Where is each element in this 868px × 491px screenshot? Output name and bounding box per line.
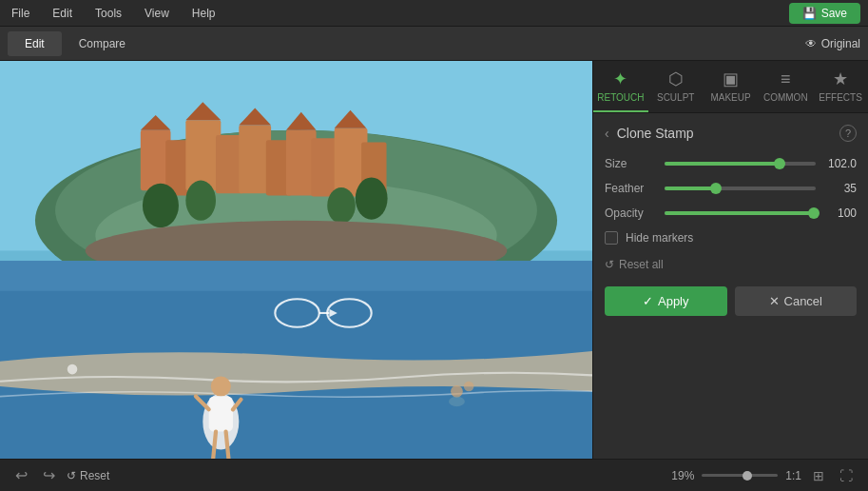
svg-rect-29: [209, 397, 233, 432]
right-panel: ✦ RETOUCH ⬡ SCULPT ▣ MAKEUP ≡ COMMON ★ E…: [592, 61, 868, 459]
opacity-value: 100: [823, 206, 857, 220]
svg-point-34: [451, 385, 463, 398]
feather-value: 35: [823, 182, 857, 195]
tab-common[interactable]: ≡ COMMON: [758, 61, 813, 112]
help-button[interactable]: ?: [839, 125, 857, 142]
tab-retouch-label: RETOUCH: [597, 92, 644, 103]
tab-sculpt-label: SCULPT: [657, 92, 694, 103]
tab-effects-label: EFFECTS: [819, 92, 862, 103]
redo-button[interactable]: ↪: [39, 464, 59, 486]
save-icon: 💾: [802, 7, 817, 20]
panel-title: Clone Stamp: [617, 126, 694, 141]
main-area: ✦ RETOUCH ⬡ SCULPT ▣ MAKEUP ≡ COMMON ★ E…: [0, 61, 868, 459]
reset-icon: ↺: [605, 258, 614, 271]
tab-sculpt[interactable]: ⬡ SCULPT: [648, 61, 704, 112]
feather-slider-row: Feather 35: [605, 182, 857, 195]
panel-header: ‹ Clone Stamp ?: [605, 125, 857, 142]
svg-point-23: [327, 187, 356, 224]
reset-all-label: Reset all: [619, 258, 664, 271]
x-icon: ✕: [769, 294, 780, 308]
hide-markers-checkbox[interactable]: [605, 231, 618, 245]
undo-button[interactable]: ↩: [11, 464, 31, 486]
svg-point-35: [449, 397, 465, 407]
effects-icon: ★: [833, 69, 848, 89]
svg-point-28: [211, 376, 231, 396]
cancel-label: Cancel: [784, 294, 822, 308]
checkmark-icon: ✓: [643, 294, 653, 308]
canvas-area[interactable]: [0, 61, 592, 459]
action-buttons: ✓ Apply ✕ Cancel: [605, 286, 857, 316]
tool-tabs: ✦ RETOUCH ⬡ SCULPT ▣ MAKEUP ≡ COMMON ★ E…: [593, 61, 868, 113]
tab-compare[interactable]: Compare: [62, 31, 143, 56]
menu-help[interactable]: Help: [188, 3, 220, 24]
menu-view[interactable]: View: [141, 3, 173, 24]
original-toggle[interactable]: 👁 Original: [805, 37, 860, 50]
eye-icon: 👁: [805, 37, 817, 50]
size-value: 102.0: [823, 157, 857, 170]
save-button[interactable]: 💾 Save: [789, 3, 860, 24]
beach-image: [0, 61, 592, 459]
size-slider[interactable]: [665, 162, 816, 166]
opacity-slider-row: Opacity 100: [605, 206, 857, 220]
panel-content: ‹ Clone Stamp ? Size 102.0 Feather: [593, 113, 868, 459]
svg-rect-7: [185, 120, 221, 190]
svg-point-22: [356, 177, 388, 219]
fit-window-button[interactable]: ⊞: [809, 466, 828, 485]
hide-markers-row: Hide markers: [605, 231, 857, 245]
tab-effects[interactable]: ★ EFFECTS: [813, 61, 868, 112]
tab-makeup[interactable]: ▣ MAKEUP: [704, 61, 759, 112]
zoom-thumb[interactable]: [743, 471, 752, 481]
common-icon: ≡: [781, 69, 791, 89]
cancel-button[interactable]: ✕ Cancel: [735, 286, 858, 316]
feather-slider-thumb[interactable]: [710, 183, 722, 194]
feather-slider[interactable]: [665, 187, 816, 190]
reset-btn-icon: ↺: [67, 469, 76, 482]
reset-all-link[interactable]: ↺ Reset all: [605, 258, 857, 271]
opacity-slider-fill: [665, 211, 814, 215]
apply-button[interactable]: ✓ Apply: [605, 286, 727, 316]
svg-point-21: [185, 181, 216, 221]
bottom-bar: ↩ ↪ ↺ Reset 19% 1:1 ⊞ ⛶: [0, 459, 868, 491]
sculpt-icon: ⬡: [668, 69, 684, 89]
svg-rect-26: [0, 261, 592, 291]
reset-button[interactable]: ↺ Reset: [67, 469, 109, 482]
apply-label: Apply: [658, 294, 689, 308]
tab-retouch[interactable]: ✦ RETOUCH: [593, 61, 648, 112]
tab-makeup-label: MAKEUP: [710, 92, 750, 103]
menu-tools[interactable]: Tools: [91, 3, 125, 24]
svg-point-36: [464, 382, 474, 392]
svg-point-41: [68, 364, 78, 375]
fullscreen-button[interactable]: ⛶: [836, 466, 857, 485]
menu-bar: File Edit Tools View Help 💾 Save: [0, 0, 868, 27]
tab-edit[interactable]: Edit: [8, 31, 62, 56]
original-label: Original: [821, 37, 860, 50]
opacity-slider[interactable]: [665, 211, 816, 215]
size-slider-fill: [665, 162, 780, 166]
opacity-slider-thumb[interactable]: [808, 207, 820, 219]
retouch-icon: ✦: [613, 69, 627, 89]
zoom-slider-wrap: [702, 474, 778, 477]
save-label: Save: [821, 7, 847, 20]
feather-slider-fill: [665, 187, 716, 190]
menu-edit[interactable]: Edit: [48, 3, 76, 24]
zoom-percentage: 19%: [671, 469, 694, 482]
reset-btn-label: Reset: [80, 469, 109, 482]
back-button[interactable]: ‹: [605, 126, 609, 141]
makeup-icon: ▣: [723, 69, 739, 89]
size-slider-thumb[interactable]: [774, 158, 785, 169]
menu-file[interactable]: File: [8, 3, 33, 24]
opacity-label: Opacity: [605, 206, 657, 220]
hide-markers-label: Hide markers: [626, 231, 693, 245]
size-slider-row: Size 102.0: [605, 157, 857, 170]
feather-label: Feather: [605, 182, 657, 195]
zoom-ratio: 1:1: [785, 469, 801, 482]
edit-bar: Edit Compare 👁 Original: [0, 27, 868, 61]
svg-point-20: [143, 184, 179, 227]
size-label: Size: [605, 157, 657, 170]
zoom-slider[interactable]: [702, 474, 778, 477]
tab-common-label: COMMON: [763, 92, 808, 103]
